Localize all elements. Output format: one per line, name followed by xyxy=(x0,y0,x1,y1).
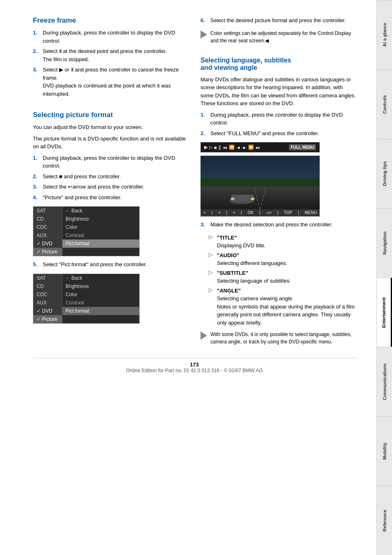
page-number: 173 xyxy=(33,362,356,368)
tab-entertainment[interactable]: Entertainment xyxy=(377,278,392,347)
dvd-screenshot: ▶ ▷ ■ ‖ ⏮ ⏪ ◄ ► ⏩ ⏭ FULL MENU xyxy=(201,142,356,216)
menu-row-aux: AUX Contrast xyxy=(33,231,139,240)
menu2-row-aux: AUX Contrast xyxy=(33,299,139,307)
page-footer: 173 Online Edition for Part no. 01 41 0 … xyxy=(33,358,356,373)
svg-rect-1 xyxy=(201,187,320,209)
sp-step-1: 1. During playback, press the controller… xyxy=(33,154,188,170)
menu-row-cdc: CDC Color xyxy=(33,223,139,231)
sl-step-3: 3. Make the desired selection and press … xyxy=(201,221,356,229)
select-picture-title: Selecting picture format xyxy=(33,111,188,119)
menu2-row-sat: SAT ← Back xyxy=(33,274,139,282)
freeze-frame-section: Freeze frame 1. During playback, press t… xyxy=(33,16,188,98)
note-text-1: Color settings can be adjusted separatel… xyxy=(210,30,356,44)
menu-screenshot-1: SAT ← Back CD Brightness CDC Color xyxy=(33,206,140,256)
tab-controls[interactable]: Controls xyxy=(377,69,392,139)
dvd-scene-svg xyxy=(201,156,320,209)
tab-driving-tips[interactable]: Driving tips xyxy=(377,139,392,208)
copyright-text: Online Edition for Part no. 01 41 0 013 … xyxy=(33,368,356,373)
dvd-screen xyxy=(201,156,320,209)
note-text-2: With some DVDs, it is only possible to s… xyxy=(210,331,356,345)
menu-row-picture: ✓ Picture xyxy=(33,248,139,256)
tab-reference[interactable]: Reference xyxy=(377,486,392,555)
right-tabs: At a glance Controls Driving tips Naviga… xyxy=(376,0,392,555)
select-language-section: Selecting language, subtitlesand viewing… xyxy=(201,57,356,346)
freeze-frame-steps: 1. During playback, press the controller… xyxy=(33,29,188,98)
dvd-bottom-bar: + | + | + | OK | ◁+ | TOP | MENU xyxy=(201,209,320,216)
dvd-control-bar: ▶ ▷ ■ ‖ ⏮ ⏪ ◄ ► ⏩ ⏭ FULL MENU xyxy=(201,142,320,152)
right-col-steps-top: 6. Select the desired picture format and… xyxy=(201,16,356,25)
dvd-image xyxy=(201,156,320,209)
step-2: 2. Select Ⅱ at the desired point and pre… xyxy=(33,47,188,63)
sp-step-2: 2. Select ■ and press the controller. xyxy=(33,173,188,181)
rc-step-6: 6. Select the desired picture format and… xyxy=(201,16,356,25)
select-language-title: Selecting language, subtitlesand viewing… xyxy=(201,57,356,71)
sub-item-title: ▷ "TITLE" Displaying DVD title. xyxy=(201,234,356,250)
menu2-row-dvd: ✓ DVD Pict.format xyxy=(33,307,139,315)
menu-row-sat: SAT ← Back xyxy=(33,207,139,215)
sp-step-5: 5. Select "Pict.format" and press the co… xyxy=(33,260,188,269)
select-picture-para2: The picture format is a DVD-specific fun… xyxy=(33,135,188,151)
tab-communications[interactable]: Communications xyxy=(377,347,392,416)
select-picture-steps-cont: 5. Select "Pict.format" and press the co… xyxy=(33,260,188,269)
sub-item-angle: ▷ "ANGLE" Selecting camera viewing angle… xyxy=(201,287,356,327)
menu2-row-cd: CD Brightness xyxy=(33,282,139,290)
sp-step-3: 3. Select the ↩arrow and press the contr… xyxy=(33,183,188,191)
select-picture-steps: 1. During playback, press the controller… xyxy=(33,154,188,202)
note-box-1: Color settings can be adjusted separatel… xyxy=(201,30,356,44)
sub-item-subtitle: ▷ "SUBTITLE" Selecting language of subti… xyxy=(201,269,356,285)
step-3: 3. Select ▶ or Ⅱ and press the controlle… xyxy=(33,66,188,98)
tab-mobility[interactable]: Mobility xyxy=(377,416,392,486)
select-language-steps-cont: 3. Make the desired selection and press … xyxy=(201,221,356,229)
select-language-steps: 1. During playback, press the controller… xyxy=(201,111,356,138)
menu-row-dvd: ✓ DVD Pict.format xyxy=(33,240,139,248)
sl-step-1: 1. During playback, press the controller… xyxy=(201,111,356,127)
select-language-para1: Many DVDs offer dialogue and subtitles i… xyxy=(201,76,356,108)
sub-item-audio: ▷ "AUDIO" Selecting different languages. xyxy=(201,251,356,267)
freeze-frame-title: Freeze frame xyxy=(33,16,188,25)
menu2-row-picture: ✓ Picture xyxy=(33,315,139,323)
svg-point-7 xyxy=(231,198,235,200)
select-picture-para1: You can adjust the DVD format to your sc… xyxy=(33,123,188,131)
sp-step-4: 4. "Picture" and press the controller. xyxy=(33,193,188,202)
note-triangle-1 xyxy=(201,30,207,39)
note-triangle-2 xyxy=(201,332,207,340)
menu2-row-cdc: CDC Color xyxy=(33,290,139,299)
step-1: 1. During playback, press the controller… xyxy=(33,29,188,45)
sl-step-2: 2. Select "FULL MENU" and press the cont… xyxy=(201,129,356,138)
sub-items-list: ▷ "TITLE" Displaying DVD title. ▷ "AUDIO… xyxy=(201,234,356,327)
tab-at-a-glance[interactable]: At a glance xyxy=(377,0,392,69)
menu-screenshot-2: SAT ← Back CD Brightness CDC Color xyxy=(33,274,140,324)
tab-navigation[interactable]: Navigation xyxy=(377,208,392,278)
svg-point-8 xyxy=(251,198,255,200)
svg-rect-6 xyxy=(231,195,254,202)
menu-row-cd: CD Brightness xyxy=(33,215,139,223)
svg-rect-2 xyxy=(201,178,320,187)
note-box-2: With some DVDs, it is only possible to s… xyxy=(201,331,356,345)
select-picture-section: Selecting picture format You can adjust … xyxy=(33,111,188,324)
